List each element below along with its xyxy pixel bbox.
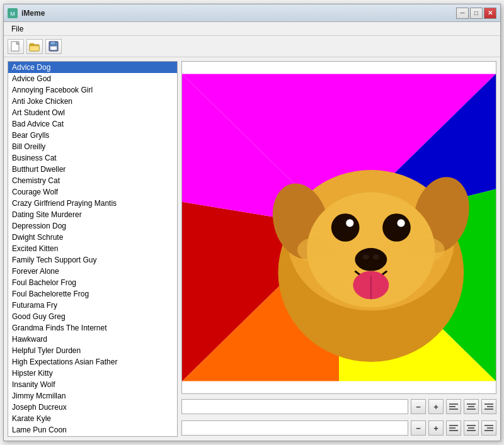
svg-point-29 <box>363 254 369 259</box>
list-item[interactable]: Dwight Schrute <box>8 232 177 243</box>
list-item[interactable]: Grandma Finds The Internet <box>8 322 177 334</box>
svg-point-27 <box>397 219 404 227</box>
list-item[interactable]: Jimmy Mcmillan <box>8 390 177 402</box>
app-icon: M <box>8 8 18 18</box>
svg-point-33 <box>297 237 336 263</box>
svg-rect-7 <box>30 46 39 51</box>
new-button[interactable] <box>8 39 24 54</box>
maximize-button[interactable]: □ <box>470 8 483 19</box>
svg-point-24 <box>331 213 360 242</box>
bottom-align-right-btn[interactable] <box>481 420 496 436</box>
main-window: M iMeme ─ □ ✕ File <box>3 4 501 441</box>
list-item[interactable]: Courage Wolf <box>8 186 177 198</box>
meme-preview <box>182 62 496 393</box>
list-item[interactable]: Crazy Girlfriend Praying Mantis <box>8 198 177 209</box>
list-item[interactable]: Foul Bachelorette Frog <box>8 288 177 300</box>
list-item[interactable]: Helpful Tyler Durden <box>8 345 177 356</box>
list-item[interactable]: Joseph Ducreux <box>8 402 177 413</box>
list-item[interactable]: Hipster Kitty <box>8 368 177 379</box>
list-item[interactable]: Foul Bachelor Frog <box>8 277 177 288</box>
list-item[interactable]: Karate Kyle <box>8 413 177 424</box>
svg-point-34 <box>406 237 445 263</box>
list-item[interactable]: Bill Oreilly <box>8 141 177 152</box>
close-button[interactable]: ✕ <box>484 8 496 19</box>
title-text: iMeme <box>21 9 45 18</box>
text-row-bottom: − + <box>181 419 496 437</box>
top-align-right-btn[interactable] <box>481 399 496 414</box>
top-align-left-btn[interactable] <box>446 399 461 414</box>
bottom-align-center-btn[interactable] <box>464 420 479 436</box>
top-plus-btn[interactable]: + <box>428 399 444 414</box>
list-item[interactable]: High Expectations Asian Father <box>8 356 177 368</box>
svg-rect-11 <box>51 47 56 50</box>
image-area <box>181 61 496 394</box>
svg-point-28 <box>355 248 387 271</box>
list-item[interactable]: Bear Grylls <box>8 130 177 141</box>
list-item[interactable]: Musically Oblivious 8Th Grader <box>8 436 177 436</box>
top-minus-btn[interactable]: − <box>411 399 426 414</box>
title-buttons: ─ □ ✕ <box>456 8 496 19</box>
list-item[interactable]: Business Cat <box>8 152 177 164</box>
list-item[interactable]: Annoying Facebook Girl <box>8 84 177 96</box>
list-item[interactable]: Good Guy Greg <box>8 311 177 322</box>
svg-point-25 <box>382 213 411 242</box>
svg-point-30 <box>373 254 379 259</box>
list-item[interactable]: Insanity Wolf <box>8 379 177 390</box>
text-row-top: − + <box>181 398 496 415</box>
list-item[interactable]: Advice Dog <box>8 62 177 73</box>
list-item[interactable]: Chemistry Cat <box>8 175 177 186</box>
list-container: Advice DogAdvice GodAnnoying Facebook Gi… <box>8 61 178 437</box>
bottom-plus-btn[interactable]: + <box>428 420 444 436</box>
right-panel: − + − + <box>181 61 496 437</box>
list-item[interactable]: Hawkward <box>8 334 177 345</box>
list-item[interactable]: Excited Kitten <box>8 243 177 254</box>
list-item[interactable]: Butthurt Dweller <box>8 164 177 175</box>
title-bar: M iMeme ─ □ ✕ <box>4 4 500 22</box>
save-button[interactable] <box>45 39 62 54</box>
bottom-align-left-btn[interactable] <box>446 420 461 436</box>
menu-file[interactable]: File <box>6 23 28 35</box>
main-content: Advice DogAdvice GodAnnoying Facebook Gi… <box>4 57 500 441</box>
meme-list[interactable]: Advice DogAdvice GodAnnoying Facebook Gi… <box>8 62 177 436</box>
top-text-input[interactable] <box>181 399 408 414</box>
svg-rect-9 <box>50 42 55 45</box>
title-bar-left: M iMeme <box>8 8 45 18</box>
list-item[interactable]: Lame Pun Coon <box>8 424 177 436</box>
bottom-minus-btn[interactable]: − <box>411 420 426 436</box>
list-item[interactable]: Futurama Fry <box>8 300 177 311</box>
minimize-button[interactable]: ─ <box>456 8 469 19</box>
list-item[interactable]: Advice God <box>8 73 177 84</box>
top-align-center-btn[interactable] <box>464 399 479 414</box>
list-item[interactable]: Dating Site Murderer <box>8 209 177 220</box>
toolbar <box>4 36 500 57</box>
list-item[interactable]: Forever Alone <box>8 266 177 277</box>
bottom-text-input[interactable] <box>181 420 408 436</box>
list-item[interactable]: Depression Dog <box>8 220 177 232</box>
list-item[interactable]: Anti Joke Chicken <box>8 96 177 107</box>
menu-bar: File <box>4 22 500 36</box>
svg-text:M: M <box>10 11 15 17</box>
list-item[interactable]: Family Tech Support Guy <box>8 254 177 266</box>
list-item[interactable]: Art Student Owl <box>8 107 177 118</box>
open-button[interactable] <box>26 39 43 54</box>
svg-point-26 <box>346 219 353 227</box>
list-item[interactable]: Bad Advice Cat <box>8 118 177 130</box>
